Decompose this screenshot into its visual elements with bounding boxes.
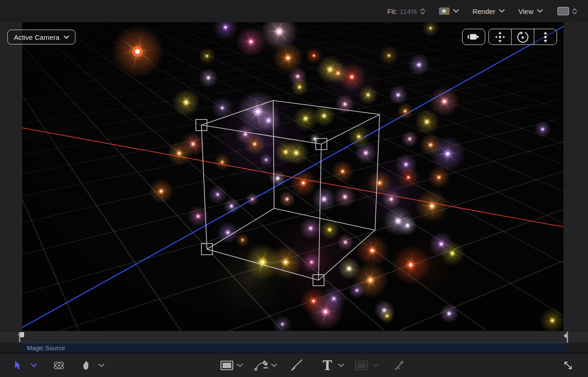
- mask-tool-button[interactable]: [355, 361, 368, 371]
- play-range-out-marker[interactable]: [563, 332, 569, 343]
- orbit-camera-button[interactable]: [511, 29, 534, 44]
- resize-diagonal-icon: [563, 360, 574, 371]
- view-menu-label: View: [519, 7, 533, 15]
- pan-camera-button[interactable]: [489, 29, 511, 44]
- mask-rectangle-icon: [355, 361, 368, 371]
- dolly-camera-button[interactable]: [534, 29, 557, 44]
- text-tool-button[interactable]: T: [321, 359, 333, 372]
- orbit-icon: [517, 31, 529, 43]
- fit-label: Fit:: [387, 7, 397, 15]
- paint-stroke-tool-button[interactable]: [290, 359, 303, 372]
- window-layout-swatch[interactable]: [557, 7, 569, 15]
- camera-view-button[interactable]: [462, 29, 485, 45]
- select-tool-menu-chevron[interactable]: [31, 364, 37, 367]
- play-range-in-marker[interactable]: [17, 331, 25, 343]
- svg-text:T: T: [323, 359, 332, 372]
- orbit-rings-icon: [52, 359, 65, 372]
- dolly-icon: [542, 31, 549, 43]
- clip-label: Magic Source: [27, 345, 65, 352]
- viewport-stage: Active Camera: [0, 22, 588, 331]
- pan-hand-tool-menu-chevron[interactable]: [99, 364, 105, 367]
- expand-view-button[interactable]: [563, 360, 574, 371]
- layout-stepper[interactable]: [572, 8, 577, 14]
- bezier-tool-menu-chevron[interactable]: [271, 364, 277, 367]
- render-menu-label: Render: [473, 7, 495, 15]
- chevron-down-icon: [338, 364, 344, 367]
- canvas-toolbar: Fit: 114% Render View: [0, 0, 588, 23]
- chevron-down-icon: [99, 364, 105, 367]
- mask-tool-menu-chevron[interactable]: [373, 364, 379, 367]
- render-menu[interactable]: Render: [473, 7, 505, 15]
- camera-menu-button[interactable]: Active Camera: [7, 30, 75, 44]
- select-tool-button[interactable]: [14, 361, 21, 370]
- pen-bezier-icon: [254, 359, 270, 371]
- text-tool-icon: T: [321, 359, 333, 372]
- chevron-down-icon: [64, 36, 69, 39]
- chevron-down-icon: [420, 12, 425, 14]
- transform-3d-tool-button[interactable]: [52, 359, 65, 372]
- view-menu[interactable]: View: [519, 7, 543, 15]
- rectangle-shape-icon: [220, 361, 233, 371]
- adjust-wand-tool-button[interactable]: [393, 359, 406, 372]
- chevron-down-icon[interactable]: [453, 9, 459, 13]
- video-camera-icon: [468, 34, 480, 40]
- zoom-level-value: 114%: [400, 7, 417, 15]
- chevron-up-icon: [420, 8, 425, 11]
- timeline-clip[interactable]: Magic Source: [22, 343, 566, 353]
- mini-timeline[interactable]: [0, 331, 588, 343]
- hand-icon: [81, 359, 93, 371]
- bezier-tool-button[interactable]: [254, 359, 270, 371]
- chevron-down-icon: [499, 9, 505, 13]
- text-tool-menu-chevron[interactable]: [338, 364, 344, 367]
- chevron-down-icon: [31, 364, 37, 367]
- shape-tool-menu-chevron[interactable]: [237, 364, 243, 367]
- pan-hand-tool-button[interactable]: [81, 359, 93, 371]
- camera-control-group: [488, 29, 557, 45]
- canvas-scene[interactable]: [22, 22, 563, 331]
- tool-palette: T: [0, 353, 588, 377]
- chevron-down-icon: [237, 364, 243, 367]
- zoom-stepper[interactable]: [420, 8, 425, 14]
- chevron-up-icon: [572, 8, 577, 11]
- chevron-down-icon: [373, 364, 379, 367]
- color-gradient-swatch[interactable]: [439, 7, 450, 15]
- gradient-dot-icon: [442, 9, 446, 13]
- shape-tool-button[interactable]: [220, 361, 233, 371]
- camera-menu-label: Active Camera: [14, 33, 59, 41]
- chevron-down-icon: [271, 364, 277, 367]
- motion-app-window: Fit: 114% Render View: [0, 0, 588, 377]
- chevron-down-icon: [572, 12, 577, 14]
- paintbrush-icon: [290, 359, 303, 372]
- timeline-track-row: Magic Source: [0, 343, 588, 353]
- chevron-down-icon: [537, 9, 543, 13]
- select-arrow-icon: [14, 361, 21, 370]
- canvas-3d-view[interactable]: [22, 22, 563, 331]
- magic-wand-icon: [393, 359, 406, 372]
- pan-icon: [494, 31, 506, 43]
